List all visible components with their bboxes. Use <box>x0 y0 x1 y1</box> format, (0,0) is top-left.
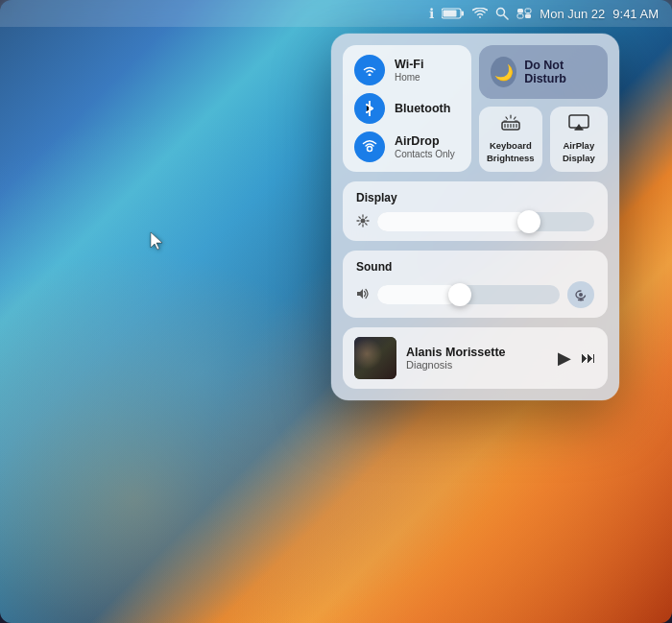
airdrop-text: AirDrop Contacts Only <box>395 134 455 160</box>
connectivity-panel: Wi-Fi Home Bluetooth <box>343 45 471 172</box>
wifi-item[interactable]: Wi-Fi Home <box>354 55 460 85</box>
svg-rect-2 <box>444 11 457 17</box>
battery-icon[interactable] <box>442 8 465 19</box>
wifi-title: Wi-Fi <box>395 58 423 72</box>
keyboard-brightness-label: Keyboard Brightness <box>487 140 535 164</box>
track-info: Alanis Morissette Diagnosis <box>406 346 548 371</box>
svg-point-9 <box>369 74 372 77</box>
now-playing-panel: Alanis Morissette Diagnosis ▶ ⏭ <box>343 327 608 389</box>
volume-slider-row <box>356 281 594 308</box>
track-title: Diagnosis <box>406 359 548 371</box>
menubar: ℹ <box>0 0 672 27</box>
volume-slider[interactable] <box>377 285 560 304</box>
svg-line-19 <box>506 117 508 119</box>
menubar-date: Mon Jun 22 <box>540 7 605 21</box>
svg-line-34 <box>359 223 360 224</box>
sound-section: Sound <box>343 251 608 318</box>
svg-line-31 <box>359 216 360 217</box>
album-art <box>354 337 396 379</box>
svg-line-4 <box>504 15 509 20</box>
sound-label: Sound <box>356 260 594 274</box>
dnd-label: Do Not Disturb <box>524 59 596 85</box>
brightness-slider[interactable] <box>377 212 594 231</box>
display-section: Display <box>343 181 608 241</box>
svg-point-36 <box>579 293 583 297</box>
airdrop-subtitle: Contacts Only <box>395 149 455 160</box>
svg-marker-24 <box>575 124 583 130</box>
moon-icon: 🌙 <box>491 57 516 87</box>
airdrop-title: AirDrop <box>395 134 455 149</box>
svg-rect-5 <box>517 9 523 13</box>
brightness-slider-row <box>356 212 594 231</box>
info-icon[interactable]: ℹ <box>429 6 434 21</box>
svg-rect-6 <box>525 9 531 13</box>
airdrop-icon <box>354 132 385 162</box>
search-menubar-icon[interactable] <box>495 7 509 20</box>
volume-icon <box>356 288 370 302</box>
top-section: Wi-Fi Home Bluetooth <box>343 45 608 172</box>
sound-output-icon[interactable] <box>567 281 594 308</box>
svg-line-20 <box>514 117 516 119</box>
airplay-display-label: AirPlay Display <box>558 140 600 164</box>
keyboard-brightness-panel[interactable]: Keyboard Brightness <box>479 107 542 172</box>
svg-rect-7 <box>517 14 523 19</box>
svg-point-11 <box>368 147 372 152</box>
keyboard-brightness-icon <box>500 114 521 136</box>
svg-marker-35 <box>357 289 363 299</box>
playback-controls: ▶ ⏭ <box>558 347 596 369</box>
do-not-disturb-panel[interactable]: 🌙 Do Not Disturb <box>479 45 608 99</box>
airplay-panel[interactable]: AirPlay Display <box>550 107 608 172</box>
menubar-time: 9:41 AM <box>612 7 659 21</box>
svg-rect-1 <box>462 12 465 16</box>
control-center-icon[interactable] <box>516 8 532 19</box>
airdrop-item[interactable]: AirDrop Contacts Only <box>354 132 460 162</box>
svg-rect-8 <box>525 14 531 19</box>
right-panels: 🌙 Do Not Disturb <box>479 45 608 172</box>
wifi-text: Wi-Fi Home <box>395 58 423 84</box>
bluetooth-icon <box>354 93 385 124</box>
play-button[interactable]: ▶ <box>558 347 571 369</box>
bluetooth-title: Bluetooth <box>395 102 450 116</box>
svg-line-32 <box>366 223 367 224</box>
display-label: Display <box>356 191 594 204</box>
airplay-display-icon <box>568 114 589 136</box>
wifi-subtitle: Home <box>395 72 423 84</box>
control-center-panel: Wi-Fi Home Bluetooth <box>331 34 619 400</box>
bluetooth-item[interactable]: Bluetooth <box>354 93 460 124</box>
wifi-icon <box>354 55 385 85</box>
skip-button[interactable]: ⏭ <box>581 349 596 367</box>
svg-line-33 <box>366 216 367 217</box>
small-panels: Keyboard Brightness AirPlay Display <box>479 107 608 172</box>
track-artist: Alanis Morissette <box>406 346 548 359</box>
wifi-menubar-icon[interactable] <box>472 8 488 19</box>
brightness-icon <box>356 214 370 230</box>
svg-point-26 <box>361 218 366 223</box>
bluetooth-text: Bluetooth <box>395 102 450 116</box>
